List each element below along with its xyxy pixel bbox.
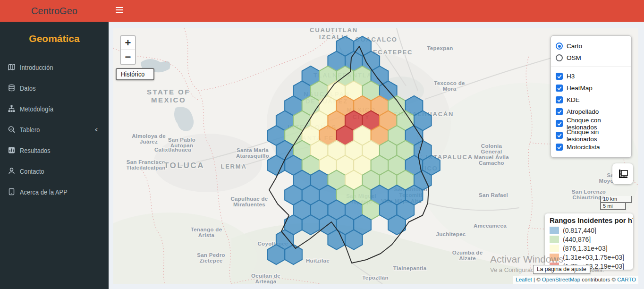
map-canvas[interactable]: CUAUTITLANIZCALLICOACALCOECATEPECTepexpa… [113, 28, 638, 284]
place-label: Texcoco de [434, 80, 465, 86]
attribution: Leaflet | © OpenStreetMap contributors ©… [513, 276, 638, 284]
hex-cell[interactable] [302, 215, 320, 235]
sidebar-item-resultados[interactable]: Resultados [0, 140, 109, 161]
sidebar-item-introducci-n[interactable]: Introducción [0, 57, 109, 77]
overlay-layer-label: KDE [567, 96, 580, 103]
sitemap-icon [8, 105, 16, 112]
overlay-layer-heatmap[interactable]: HeatMap [556, 82, 627, 94]
ruler-icon [618, 169, 628, 179]
radio-selected-icon[interactable] [556, 42, 563, 50]
sidebar-item-metodolog-a[interactable]: Metodología [0, 98, 109, 119]
checkbox-checked-icon[interactable] [556, 85, 563, 92]
hex-cell[interactable] [388, 215, 406, 235]
overlay-layer-h3[interactable]: H3 [556, 70, 627, 82]
place-label: Almoloya de [132, 133, 166, 139]
zoom-control: + − [120, 35, 136, 65]
sidebar-item-label: Resultados [20, 146, 51, 154]
legend-range-label: (0.817,440] [563, 227, 596, 234]
place-label: Santa Maria [237, 147, 269, 153]
place-label: General [481, 149, 502, 154]
chevron-left-icon[interactable]: < [95, 126, 98, 133]
place-label: Colonia [481, 143, 502, 149]
sidebar-item-label: Datos [20, 84, 36, 92]
base-layer-carto[interactable]: Carto [556, 40, 627, 52]
hex-cell[interactable] [268, 245, 285, 264]
place-label: LERMA [220, 163, 246, 170]
sidebar: CentroGeo Geomática IntroducciónDatosMet… [0, 0, 109, 289]
bar-chart-icon [8, 146, 16, 154]
place-label: Tenango de [191, 227, 222, 232]
place-label: Alzate [459, 255, 476, 261]
place-label: Tepexpan [427, 45, 453, 51]
attribution-link[interactable]: Leaflet [516, 277, 532, 282]
place-label: STATE OF [147, 88, 190, 96]
legend-range-label: (876,1.31e+03] [563, 245, 608, 252]
legend-swatch [550, 227, 559, 234]
overlay-layer-label: Atropellado [567, 108, 599, 115]
base-layer-list: CartoOSM [556, 40, 627, 64]
sidebar-item-contacto[interactable]: Contacto [0, 161, 109, 181]
hex-cell[interactable] [345, 230, 363, 249]
layers-panel: CartoOSM H3HeatMapKDEAtropelladoChoque c… [551, 35, 632, 158]
hex-cell[interactable] [285, 245, 302, 264]
attribution-text: | © [532, 277, 542, 282]
overlay-layer-label: HeatMap [567, 85, 593, 92]
sidebar-menu: IntroducciónDatosMetodologíaTablero<Resu… [0, 57, 109, 202]
overlay-layer-choque-sin-lesionados[interactable]: Choque sin lesionados [556, 129, 627, 141]
sidebar-item-label: Introducción [20, 63, 53, 71]
measure-button[interactable] [612, 163, 633, 184]
sidebar-item-tablero[interactable]: Tablero< [0, 119, 109, 140]
base-layer-label: Carto [567, 42, 582, 50]
legend-item: (876,1.31e+03] [550, 244, 628, 253]
overlay-layer-list: H3HeatMapKDEAtropelladoChoque con lesion… [556, 70, 627, 153]
place-label: Mora [443, 86, 457, 92]
overlay-layer-choque-con-lesionados[interactable]: Choque con lesionados [556, 118, 627, 129]
place-label: Mirafuentes [233, 202, 265, 207]
overlay-layer-atropellado[interactable]: Atropellado [556, 106, 627, 118]
place-label: Ozumba de [452, 250, 483, 255]
attribution-link[interactable]: CARTO [617, 277, 636, 282]
sidebar-item-label: Tablero [20, 126, 40, 134]
overlay-layer-label: Motociclista [567, 144, 600, 151]
checkbox-checked-icon[interactable] [556, 108, 563, 115]
place-label: Camacho [479, 160, 504, 166]
sidebar-item-datos[interactable]: Datos [0, 77, 109, 98]
legend-item: (440,876] [550, 235, 628, 244]
place-label: Manuel Ávila [474, 154, 509, 160]
zoom-in-button[interactable]: + [121, 36, 135, 50]
overlay-layer-motociclista[interactable]: Motociclista [556, 141, 627, 153]
base-layer-osm[interactable]: OSM [556, 52, 627, 64]
base-layer-label: OSM [567, 54, 581, 61]
scale-control: 10 km 5 mi [600, 196, 632, 210]
checkbox-checked-icon[interactable] [556, 144, 563, 151]
zoom-out-button[interactable]: − [121, 50, 135, 64]
scale-mi: 5 mi [600, 203, 626, 210]
topbar [109, 0, 644, 22]
tablet-icon [8, 188, 16, 196]
place-label: Amecameca [474, 223, 507, 229]
place-label: Arteaga [255, 279, 277, 284]
attribution-text: contributors © [580, 277, 617, 282]
sidebar-item-acerca-de-la-app[interactable]: Acerca de la APP [0, 181, 109, 202]
hamburger-icon[interactable] [116, 7, 123, 14]
app-subtitle: Geomática [0, 33, 109, 44]
map-icon [8, 63, 16, 71]
place-label: MEXICO [151, 96, 186, 104]
legend-title: Rangos Incidentes por h7 [550, 216, 628, 224]
place-label: Juchitepec [436, 231, 466, 237]
radio-unselected-icon[interactable] [556, 54, 563, 61]
brand-header[interactable]: CentroGeo [0, 0, 109, 22]
overlay-layer-kde[interactable]: KDE [556, 94, 627, 106]
sidebar-item-label: Acerca de la APP [20, 188, 68, 196]
checkbox-checked-icon[interactable] [556, 96, 563, 103]
checkbox-checked-icon[interactable] [556, 73, 563, 80]
checkbox-checked-icon[interactable] [556, 120, 563, 127]
checkbox-checked-icon[interactable] [556, 132, 563, 139]
place-label: Huitzilac [306, 258, 330, 264]
historico-button[interactable]: Histórico [116, 68, 154, 80]
tooltip: La página de ajuste [533, 265, 590, 274]
place-label: TOLUCA [164, 161, 204, 170]
attribution-link[interactable]: OpenStreetMap [542, 277, 580, 282]
sidebar-item-label: Metodología [20, 105, 53, 113]
person-icon [8, 167, 16, 175]
